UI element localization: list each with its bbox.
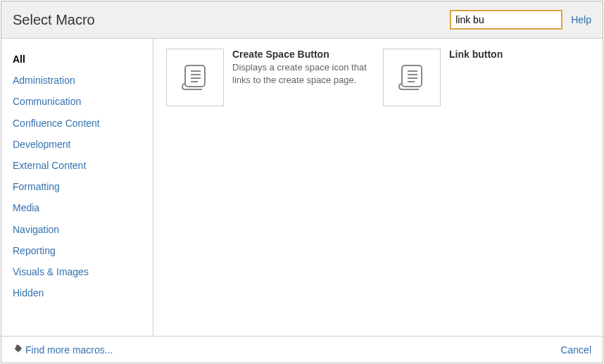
macro-icon-box [383,49,441,106]
macro-title: Link button [449,49,503,60]
sidebar-item-confluence-content[interactable]: Confluence Content [13,113,153,134]
search-input[interactable] [450,10,562,30]
dialog-header: Select Macro Help [1,1,603,39]
dialog-footer: Find more macros... Cancel [1,336,603,363]
find-more-macros-link[interactable]: Find more macros... [13,344,113,356]
sidebar-item-communication[interactable]: Communication [13,91,153,112]
sidebar-item-formatting[interactable]: Formatting [13,176,153,197]
header-right: Help [450,10,591,30]
sidebar-item-hidden[interactable]: Hidden [13,282,153,303]
macro-text: Link button [449,49,503,106]
scroll-icon [178,60,212,96]
sidebar-item-navigation[interactable]: Navigation [13,219,153,240]
macro-text: Create Space Button Displays a create sp… [232,49,370,106]
dialog-body: All Administration Communication Conflue… [1,39,603,336]
cancel-link[interactable]: Cancel [560,344,591,356]
macro-description: Displays a create space icon that links … [232,61,370,86]
macro-card-create-space-button[interactable]: Create Space Button Displays a create sp… [166,49,370,106]
sidebar-item-reporting[interactable]: Reporting [13,240,153,261]
macro-title: Create Space Button [232,49,370,60]
sidebar-item-administration[interactable]: Administration [13,70,153,91]
dialog-title: Select Macro [13,12,95,28]
sidebar-item-visuals-images[interactable]: Visuals & Images [13,261,153,282]
find-more-label: Find more macros... [25,344,113,356]
macro-icon-box [166,49,224,106]
sidebar-item-all[interactable]: All [13,49,153,70]
plugin-icon [13,344,23,356]
macro-list: Create Space Button Displays a create sp… [153,39,603,336]
sidebar-item-external-content[interactable]: External Content [13,155,153,176]
sidebar-item-media[interactable]: Media [13,197,153,218]
scroll-icon [395,60,429,96]
select-macro-dialog: Select Macro Help All Administration Com… [1,1,603,363]
sidebar-item-development[interactable]: Development [13,134,153,155]
macro-card-link-button[interactable]: Link button [383,49,587,106]
category-sidebar: All Administration Communication Conflue… [1,39,153,336]
help-link[interactable]: Help [571,14,591,25]
